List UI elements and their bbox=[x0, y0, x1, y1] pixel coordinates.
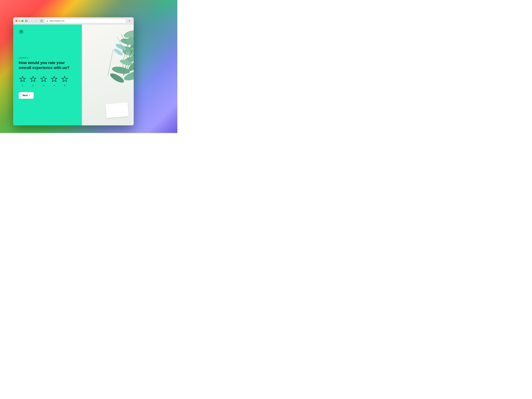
star-2-label: 2 bbox=[32, 84, 34, 87]
question-text: How would you rate your overall experien… bbox=[19, 60, 74, 70]
maximize-button[interactable] bbox=[21, 20, 23, 22]
shield-icon bbox=[40, 19, 43, 22]
svg-point-10 bbox=[21, 31, 22, 32]
url-input[interactable] bbox=[50, 20, 124, 22]
star-5-label: 5 bbox=[64, 84, 65, 87]
browser-toolbar: ‹ › 🔒 ↻ bbox=[13, 17, 134, 25]
star-1[interactable]: 1 bbox=[19, 75, 26, 87]
form-panel: Question 2 * How would you rate your ove… bbox=[13, 25, 82, 125]
star-2[interactable]: 2 bbox=[29, 75, 37, 87]
star-4-icon bbox=[50, 75, 58, 83]
svg-point-9 bbox=[19, 30, 21, 32]
svg-rect-0 bbox=[25, 20, 26, 22]
star-5[interactable]: 5 bbox=[61, 75, 69, 87]
svg-rect-2 bbox=[26, 21, 28, 21]
svg-point-29 bbox=[111, 65, 130, 75]
white-paper-decoration bbox=[105, 102, 129, 118]
address-bar[interactable]: 🔒 bbox=[44, 19, 126, 23]
svg-marker-12 bbox=[30, 76, 36, 82]
lock-icon: 🔒 bbox=[46, 20, 48, 22]
star-3-icon bbox=[40, 75, 48, 83]
star-2-icon bbox=[29, 75, 37, 83]
question-number: Question 2 bbox=[19, 57, 28, 59]
next-chevron-icon: › bbox=[29, 94, 30, 97]
star-3[interactable]: 3 bbox=[40, 75, 48, 87]
star-4[interactable]: 4 bbox=[50, 75, 58, 87]
minimize-button[interactable] bbox=[19, 20, 20, 22]
sidebar-toggle-button[interactable] bbox=[25, 20, 28, 22]
svg-line-34 bbox=[108, 50, 113, 75]
star-rating: 1 2 3 bbox=[19, 75, 76, 87]
star-1-label: 1 bbox=[22, 84, 23, 87]
close-button[interactable] bbox=[15, 20, 17, 22]
heyform-logo-icon bbox=[19, 29, 24, 34]
svg-rect-3 bbox=[26, 21, 28, 22]
question-label: Question 2 * bbox=[19, 57, 76, 59]
refresh-button[interactable]: ↻ bbox=[128, 19, 132, 23]
forward-button[interactable]: › bbox=[34, 19, 38, 23]
back-button[interactable]: ‹ bbox=[30, 19, 34, 23]
traffic-lights bbox=[15, 20, 23, 22]
star-1-icon bbox=[19, 75, 26, 83]
star-3-label: 3 bbox=[43, 84, 44, 87]
star-4-label: 4 bbox=[54, 84, 55, 87]
svg-marker-11 bbox=[19, 76, 26, 82]
svg-point-5 bbox=[22, 30, 23, 32]
star-5-icon bbox=[61, 75, 69, 83]
browser-content: Question 2 * How would you rate your ove… bbox=[13, 25, 134, 125]
required-indicator: * bbox=[29, 57, 30, 59]
svg-marker-15 bbox=[62, 76, 68, 82]
svg-rect-1 bbox=[26, 20, 28, 20]
logo-area bbox=[19, 29, 76, 34]
photo-panel bbox=[82, 25, 134, 125]
question-content: Question 2 * How would you rate your ove… bbox=[19, 57, 76, 99]
svg-marker-13 bbox=[41, 76, 47, 82]
nav-buttons: ‹ › bbox=[30, 19, 38, 23]
next-button-label: Next bbox=[23, 94, 28, 97]
browser-window: ‹ › 🔒 ↻ bbox=[13, 17, 134, 125]
next-button[interactable]: Next › bbox=[19, 92, 34, 99]
svg-marker-14 bbox=[51, 76, 57, 82]
